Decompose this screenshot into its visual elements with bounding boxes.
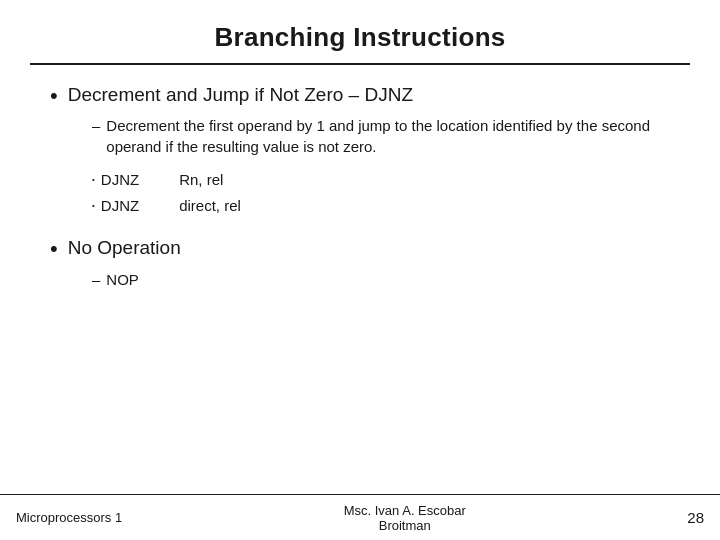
slide: Branching Instructions • Decrement and J… bbox=[0, 0, 720, 540]
bullet-main-2: • No Operation bbox=[50, 236, 670, 262]
slide-header: Branching Instructions bbox=[0, 0, 720, 63]
bullet-dot-1: • bbox=[50, 83, 58, 109]
footer-page-number: 28 bbox=[687, 509, 704, 526]
code-row-1-right: Rn, rel bbox=[179, 167, 241, 193]
code-bullet-1: • bbox=[92, 173, 95, 187]
bullet-section-1: • Decrement and Jump if Not Zero – DJNZ … bbox=[50, 83, 670, 218]
footer-author-line2: Broitman bbox=[344, 518, 466, 533]
bullet-main-text-1: Decrement and Jump if Not Zero – DJNZ bbox=[68, 83, 413, 108]
sub-bullet-item-1: – Decrement the first operand by 1 and j… bbox=[92, 115, 670, 157]
footer-author: Msc. Ivan A. Escobar Broitman bbox=[344, 503, 466, 533]
code-table: • DJNZ • DJNZ Rn, rel direct, bbox=[92, 167, 670, 218]
footer-course: Microprocessors 1 bbox=[16, 510, 122, 525]
sub-bullet-text-1: Decrement the first operand by 1 and jum… bbox=[106, 115, 670, 157]
code-bullet-2: • bbox=[92, 199, 95, 213]
code-operand-2: direct, rel bbox=[179, 193, 241, 219]
bullet-main-1: • Decrement and Jump if Not Zero – DJNZ bbox=[50, 83, 670, 109]
sub-bullet-item-2: – NOP bbox=[92, 269, 670, 290]
sub-bullet-text-2: NOP bbox=[106, 269, 139, 290]
slide-footer: Microprocessors 1 Msc. Ivan A. Escobar B… bbox=[0, 494, 720, 540]
code-row-1-left: • DJNZ bbox=[92, 167, 139, 193]
bullet-main-text-2: No Operation bbox=[68, 236, 181, 261]
bullet-dot-2: • bbox=[50, 236, 58, 262]
code-operand-1: Rn, rel bbox=[179, 167, 223, 193]
footer-author-line1: Msc. Ivan A. Escobar bbox=[344, 503, 466, 518]
slide-content: • Decrement and Jump if Not Zero – DJNZ … bbox=[0, 65, 720, 494]
dash-1: – bbox=[92, 115, 100, 136]
code-col-mnemonics: • DJNZ • DJNZ bbox=[92, 167, 139, 218]
code-mnemonic-2: DJNZ bbox=[101, 193, 139, 219]
code-row-2-right: direct, rel bbox=[179, 193, 241, 219]
sub-bullet-1: – Decrement the first operand by 1 and j… bbox=[92, 115, 670, 157]
slide-title: Branching Instructions bbox=[50, 22, 670, 53]
code-mnemonic-1: DJNZ bbox=[101, 167, 139, 193]
bullet-section-2: • No Operation – NOP bbox=[50, 236, 670, 289]
dash-2: – bbox=[92, 269, 100, 290]
code-col-operands: Rn, rel direct, rel bbox=[179, 167, 241, 218]
code-row-2-left: • DJNZ bbox=[92, 193, 139, 219]
sub-bullet-2: – NOP bbox=[92, 269, 670, 290]
code-table-inner: • DJNZ • DJNZ Rn, rel direct, bbox=[92, 167, 670, 218]
